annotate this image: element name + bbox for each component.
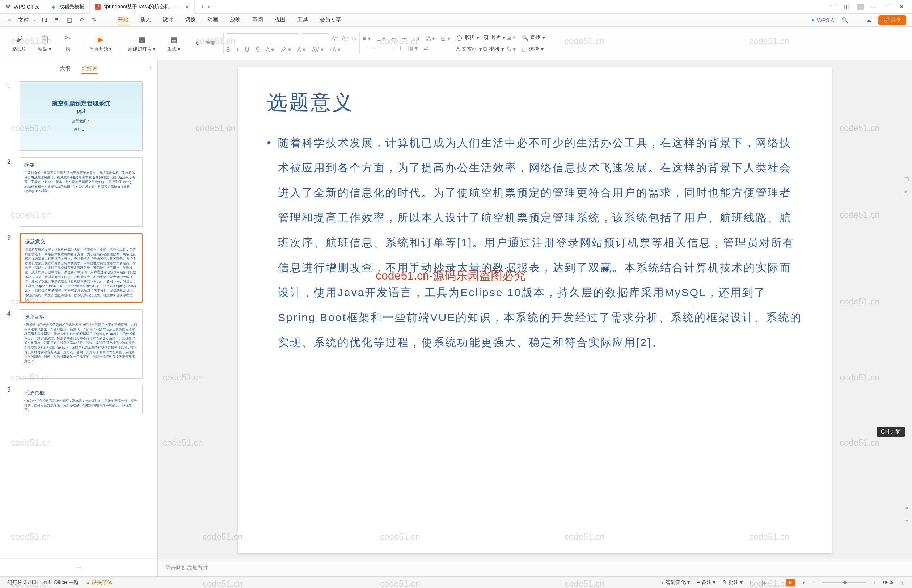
tab-overflow-icon[interactable]: ▫	[177, 4, 179, 10]
tab-templates[interactable]: ◆ 找稻壳模板	[45, 0, 90, 14]
search-icon[interactable]: 🔍	[841, 17, 849, 24]
new-slide-button[interactable]: ▦ 新建幻灯片 ▾	[123, 30, 161, 57]
align-justify-icon[interactable]: ≡	[390, 45, 394, 51]
thumbnail-1[interactable]: 航空机票预定管理系统 ppt 指导老师： 设计人：	[19, 81, 143, 151]
arrange-button[interactable]: ⧉排列 ▾	[483, 46, 505, 52]
align-right-icon[interactable]: ≡	[381, 45, 384, 51]
font-size-input[interactable]	[303, 33, 328, 44]
tab-member[interactable]: 会员专享	[319, 15, 342, 25]
select-button[interactable]: ⬚选择 ▾	[522, 46, 545, 52]
image-button[interactable]: 🖼图片 ▾	[483, 34, 505, 41]
slides-tab[interactable]: 幻灯片	[81, 64, 98, 74]
file-menu[interactable]: 文件	[18, 17, 29, 24]
add-slide-button[interactable]: ＋	[0, 558, 157, 577]
textbox-button[interactable]: A文本框 ▾	[456, 46, 482, 52]
text-direction-icon[interactable]: IA ▾	[426, 35, 436, 42]
slideshow-button[interactable]: ▶	[786, 579, 795, 586]
bold-icon[interactable]: B	[227, 47, 230, 53]
new-tab-button[interactable]: ＋ ▾	[195, 0, 215, 14]
tab-animation[interactable]: 动画	[207, 15, 219, 25]
tab-insert[interactable]: 插入	[139, 15, 152, 25]
preview-icon[interactable]: ◰	[65, 17, 73, 24]
italic-icon[interactable]: I	[237, 47, 238, 53]
clear-format-icon[interactable]: ◇	[352, 35, 356, 42]
slide-body[interactable]: 随着科学技术发展，计算机已成为人们生活中必不可少的生活办公工具，在这样的背景下，…	[267, 130, 803, 355]
zoom-in-icon[interactable]: +	[873, 580, 876, 585]
tab-view[interactable]: 视图	[274, 15, 286, 25]
font-increase-icon[interactable]: A⁺	[332, 35, 339, 42]
outline-icon[interactable]: ✎ ▾	[507, 46, 516, 53]
missing-font-warning[interactable]: ▲ 缺失字体	[86, 579, 113, 586]
highlight-icon[interactable]: 🖍 ▾	[280, 46, 291, 53]
shape-button[interactable]: ◯形状 ▾	[456, 34, 482, 41]
font-family-input[interactable]	[227, 33, 299, 44]
thumbnail-list[interactable]: 1 航空机票预定管理系统 ppt 指导老师： 设计人： 2 摘要: 主要包含航空…	[0, 78, 157, 558]
tab-slideshow[interactable]: 放映	[229, 15, 241, 25]
theme-indicator[interactable]: ⎋ 1_Office 主题	[44, 579, 79, 586]
slideshow-dropdown[interactable]: ▾	[802, 580, 805, 585]
zoom-value[interactable]: 95%	[883, 580, 893, 585]
rtl-icon[interactable]: ⇄	[423, 45, 428, 52]
zoom-slider[interactable]	[822, 582, 866, 583]
collapse-icon[interactable]: ‹	[150, 64, 152, 70]
numbering-icon[interactable]: ≣ ▾	[376, 35, 386, 42]
indent-right-icon[interactable]: ⇥	[402, 35, 407, 42]
char-spacing-icon[interactable]: AV ▾	[312, 46, 324, 53]
cut-button[interactable]: ✂ ⎘	[58, 30, 78, 57]
tab-tools[interactable]: 工具	[296, 15, 309, 25]
save-icon[interactable]: 🖫	[41, 17, 48, 24]
thumbnail-3[interactable]: 选题意义 随着科学技术发展，计算机已成为人们生活中必不可少的生活办公工具，在这样…	[19, 233, 143, 303]
gutter-down-icon[interactable]: ▼	[904, 518, 911, 524]
view-reading-icon[interactable]: ◫	[774, 580, 778, 585]
maximize-icon[interactable]: ▢	[884, 3, 891, 10]
canvas-scroll[interactable]: 选题意义 随着科学技术发展，计算机已成为人们生活中必不可少的生活办公工具，在这样…	[158, 60, 912, 561]
from-current-button[interactable]: ▶ 当页开始 ▾	[84, 30, 117, 57]
align-left-icon[interactable]: ≡	[363, 45, 366, 51]
fit-icon[interactable]: ⊞	[901, 580, 905, 585]
gutter-up-icon[interactable]: ▲	[904, 504, 911, 510]
redo-icon[interactable]: ↷	[90, 17, 97, 24]
layout-button[interactable]: ▤ 版式 ▾	[162, 30, 186, 57]
outline-tab[interactable]: 大纲	[60, 64, 71, 74]
thumbnail-4[interactable]: 研究目标 • 随着科技的进步和信息技术的迅速发展与网络实际应用水平的不断提升，人…	[19, 309, 143, 379]
chevron-down-icon[interactable]: ▾	[208, 5, 209, 9]
line-spacing-icon[interactable]: ↕ ▾	[412, 35, 420, 42]
fill-icon[interactable]: ◢ ▾	[507, 34, 516, 41]
zoom-out-icon[interactable]: −	[812, 580, 815, 585]
tab-transition[interactable]: 切换	[184, 15, 196, 25]
underline-icon[interactable]: U	[245, 47, 249, 53]
font-effect-icon[interactable]: A ▾	[266, 46, 274, 53]
tab-review[interactable]: 审阅	[251, 15, 264, 25]
smart-beauty-button[interactable]: ☼ 智能美化 ▾	[659, 579, 690, 586]
cloud-icon[interactable]: ☁	[865, 17, 873, 24]
gutter-expand-icon[interactable]: ⇱	[904, 189, 911, 196]
change-case-icon[interactable]: ᵃA ▾	[330, 46, 340, 53]
review-toggle[interactable]: ✎ 批注 ▾	[723, 579, 743, 586]
tab-document[interactable]: P springboot基于JAVA的航空机… ▫ ✕	[90, 0, 195, 14]
strike-icon[interactable]: S	[256, 47, 259, 53]
align-vert-icon[interactable]: ⊟ ▾	[441, 35, 450, 42]
share-button[interactable]: 🔗 分享	[878, 15, 906, 25]
minimize-icon[interactable]: —	[871, 3, 877, 10]
notes-toggle[interactable]: ≡ 备注 ▾	[697, 579, 716, 586]
avatar-icon[interactable]	[857, 3, 863, 10]
wps-ai-button[interactable]: ✦WPS AI	[811, 17, 836, 24]
thumbnail-5[interactable]: 系统总概 • 在为一个航空机票系统的编写，系统共，一款设计的，系统的网需分析，提…	[19, 385, 143, 414]
format-painter-button[interactable]: 🖌 格式刷	[7, 30, 31, 57]
font-color-icon[interactable]: A ▾	[298, 46, 305, 53]
paste-button[interactable]: 📋 粘贴 ▾	[33, 30, 57, 57]
slide-title[interactable]: 选题意义	[267, 89, 803, 116]
align-center-icon[interactable]: ≡	[372, 45, 375, 51]
app-icon-2[interactable]: ◫	[843, 3, 850, 10]
view-normal-icon[interactable]: ▢	[750, 580, 755, 585]
distribute-icon[interactable]: ⫴	[399, 45, 402, 51]
gutter-icon[interactable]: ▢	[904, 176, 911, 182]
close-window-icon[interactable]: ✕	[898, 3, 905, 10]
slide-canvas[interactable]: 选题意义 随着科学技术发展，计算机已成为人们生活中必不可少的生活办公工具，在这样…	[238, 67, 832, 553]
bullets-icon[interactable]: ≡ ▾	[363, 35, 371, 42]
font-decrease-icon[interactable]: A⁻	[342, 35, 348, 42]
app-icon-1[interactable]: ▢	[829, 3, 836, 10]
thumbnail-2[interactable]: 摘要: 主要包含航空机票预定管理系统的开发背景与意义、系统需求分析、系统总体设计…	[19, 157, 143, 227]
columns-icon[interactable]: ▥ ▾	[408, 45, 417, 52]
print-icon[interactable]: 🖶	[53, 17, 60, 24]
